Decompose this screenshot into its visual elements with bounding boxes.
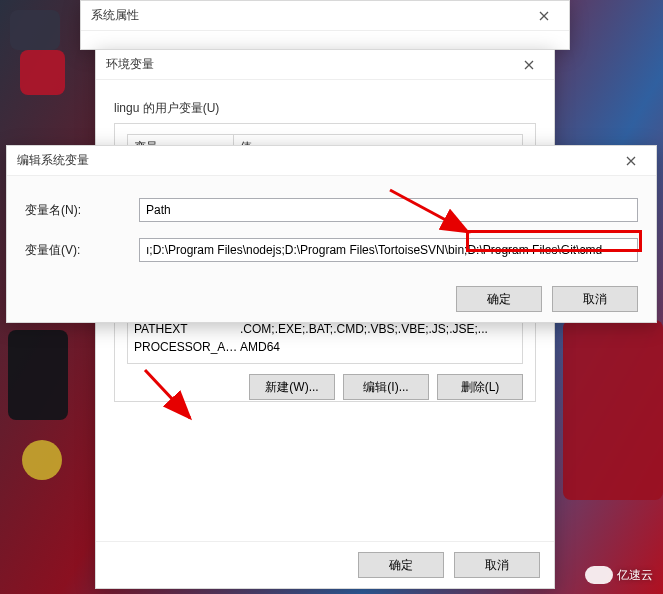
dialog-title: 环境变量	[106, 56, 154, 73]
var-name-input[interactable]	[139, 198, 638, 222]
watermark: 亿速云	[585, 566, 653, 584]
edit-button[interactable]: 编辑(I)...	[343, 374, 429, 400]
var-name-label: 变量名(N):	[25, 202, 139, 219]
delete-button[interactable]: 删除(L)	[437, 374, 523, 400]
edit-system-variable-dialog: 编辑系统变量 变量名(N): 变量值(V): 确定 取消	[6, 145, 657, 323]
titlebar: 系统属性	[81, 1, 569, 31]
cancel-button[interactable]: 取消	[552, 286, 638, 312]
ok-button[interactable]: 确定	[456, 286, 542, 312]
dialog-title: 编辑系统变量	[17, 152, 89, 169]
cancel-button[interactable]: 取消	[454, 552, 540, 578]
system-properties-dialog: 系统属性	[80, 0, 570, 50]
titlebar: 环境变量	[96, 50, 554, 80]
var-value-input[interactable]	[139, 238, 638, 262]
cloud-icon	[585, 566, 613, 584]
titlebar: 编辑系统变量	[7, 146, 656, 176]
table-row[interactable]: PROCESSOR_AR... AMD64	[128, 338, 522, 356]
user-vars-label: lingu 的用户变量(U)	[114, 100, 536, 117]
close-icon[interactable]	[614, 150, 648, 172]
new-button[interactable]: 新建(W)...	[249, 374, 335, 400]
ok-button[interactable]: 确定	[358, 552, 444, 578]
close-icon[interactable]	[527, 5, 561, 27]
var-value-label: 变量值(V):	[25, 242, 139, 259]
dialog-title: 系统属性	[91, 7, 139, 24]
close-icon[interactable]	[512, 54, 546, 76]
